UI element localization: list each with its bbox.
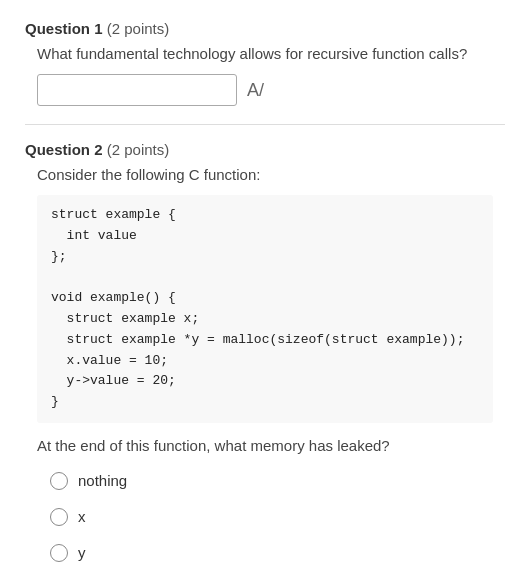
radio-circle-nothing (50, 472, 68, 490)
option-x[interactable]: x (50, 508, 505, 526)
question-1-header: Question 1 (2 points) (25, 20, 505, 37)
radio-circle-x (50, 508, 68, 526)
question-1-number: Question 1 (25, 20, 103, 37)
question-2-points: (2 points) (107, 141, 170, 158)
question-2-container: Question 2 (2 points) Consider the follo… (25, 141, 505, 562)
question-2-header: Question 2 (2 points) (25, 141, 505, 158)
question-2-number: Question 2 (25, 141, 103, 158)
section-divider (25, 124, 505, 125)
radio-circle-y (50, 544, 68, 562)
option-y[interactable]: y (50, 544, 505, 562)
option-y-label: y (78, 544, 86, 561)
option-nothing-label: nothing (78, 472, 127, 489)
question-2-text: Consider the following C function: (37, 166, 505, 183)
question-1-answer-row: A/ (37, 74, 505, 106)
option-x-label: x (78, 508, 86, 525)
option-nothing[interactable]: nothing (50, 472, 505, 490)
question-1-text: What fundamental technology allows for r… (37, 45, 505, 62)
spell-check-icon: A/ (247, 80, 264, 101)
question-1-input[interactable] (37, 74, 237, 106)
code-block: struct example { int value }; void examp… (37, 195, 493, 423)
question-1-container: Question 1 (2 points) What fundamental t… (25, 20, 505, 106)
memory-question-text: At the end of this function, what memory… (37, 437, 505, 454)
question-1-points: (2 points) (107, 20, 170, 37)
